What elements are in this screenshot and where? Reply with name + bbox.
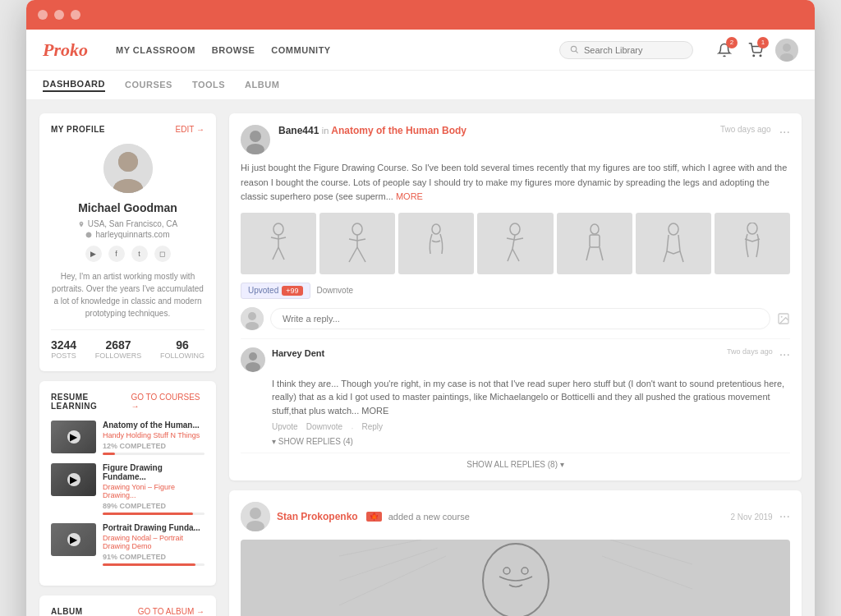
- svg-line-25: [349, 247, 357, 262]
- reply-input-1[interactable]: [270, 308, 770, 329]
- nav-browse[interactable]: BROWSE: [212, 45, 255, 55]
- twitter-icon[interactable]: t: [131, 246, 148, 262]
- image-icon[interactable]: [777, 312, 790, 325]
- feed-post-1: Bane441 in Anatomy of the Human Body Two…: [229, 113, 802, 480]
- feed-username-bane[interactable]: Bane441: [278, 125, 319, 136]
- subnav-dashboard[interactable]: DASHBOARD: [43, 79, 105, 92]
- subnav-album[interactable]: ALBUM: [245, 80, 279, 91]
- svg-point-0: [571, 46, 576, 51]
- navbar: Proko MY CLASSROOM BROWSE COMMUNITY 2 1: [26, 30, 815, 71]
- cart-button[interactable]: 1: [744, 39, 767, 62]
- svg-point-46: [249, 352, 257, 361]
- search-input[interactable]: [584, 45, 682, 55]
- feed-more-link-1[interactable]: MORE: [396, 191, 423, 201]
- svg-line-29: [512, 235, 515, 249]
- course-item-1: ▶ Anatomy of the Human... Handy Holding …: [51, 421, 205, 455]
- svg-line-31: [512, 249, 519, 261]
- comment-harvey: Harvey Dent Two days ago ··· I think the…: [241, 338, 790, 447]
- nav-icons: 2 1: [713, 39, 798, 62]
- feed-topic-bane[interactable]: Anatomy of the Human Body: [331, 125, 466, 136]
- progress-bar-2: [103, 513, 205, 515]
- svg-point-9: [118, 152, 138, 172]
- user-avatar-nav[interactable]: [775, 39, 798, 62]
- stat-posts-label: Posts: [51, 352, 76, 360]
- comment-downvote-button[interactable]: Downvote: [306, 422, 342, 434]
- facebook-icon[interactable]: f: [108, 246, 125, 262]
- subnav-courses[interactable]: COURSES: [125, 80, 172, 91]
- stat-followers-label: Followers: [95, 352, 142, 360]
- subnav-tools[interactable]: TOOLS: [192, 80, 225, 91]
- comment-upvote-button[interactable]: Upvote: [272, 422, 298, 434]
- progress-bar-3: [103, 563, 205, 566]
- svg-point-47: [246, 362, 260, 372]
- svg-point-19: [273, 223, 283, 235]
- go-to-album-button[interactable]: GO TO ALBUM →: [138, 607, 205, 616]
- stan-avatar: [241, 502, 270, 531]
- youtube-icon[interactable]: ▶: [85, 246, 102, 262]
- stat-posts: 3244 Posts: [51, 338, 76, 360]
- play-icon-1[interactable]: ▶: [67, 430, 80, 444]
- logo[interactable]: Proko: [43, 39, 88, 61]
- notifications-button[interactable]: 2: [713, 39, 736, 62]
- stan-course-image[interactable]: [241, 540, 790, 616]
- svg-line-1: [576, 51, 578, 53]
- svg-point-2: [753, 55, 755, 57]
- stan-header: Stan Prokopenko 🍁 added a new course 2 N…: [241, 502, 790, 531]
- profile-edit-button[interactable]: EDIT →: [176, 125, 205, 134]
- stat-following: 96 Following: [160, 338, 205, 360]
- feed-more-button-1[interactable]: ···: [779, 125, 790, 140]
- feed-time-1: Two days ago: [720, 125, 771, 134]
- nav-community[interactable]: COMMUNITY: [271, 45, 330, 55]
- downvote-button-1[interactable]: Downvote: [317, 286, 353, 295]
- svg-point-41: [248, 312, 256, 320]
- svg-line-22: [278, 247, 284, 260]
- stan-name[interactable]: Stan Prokopenko: [277, 511, 358, 522]
- instagram-icon[interactable]: ◻: [154, 246, 171, 262]
- resume-header: RESUME LEARNING GO TO COURSES →: [51, 393, 205, 411]
- album-card: ALBUM GO TO ALBUM →: [39, 595, 216, 616]
- profile-location: USA, San Francisco, CA: [78, 219, 177, 228]
- profile-card: MY PROFILE EDIT → Michael Goodman: [39, 113, 216, 371]
- comment-more-button[interactable]: ···: [779, 347, 790, 362]
- stat-followers: 2687 Followers: [95, 338, 142, 360]
- play-icon-2[interactable]: ▶: [67, 473, 80, 486]
- course-item-3: ▶ Portrait Drawing Funda... Drawing Noda…: [51, 523, 205, 566]
- go-to-courses-button[interactable]: GO TO COURSES →: [131, 393, 205, 411]
- course-thumb-3[interactable]: ▶: [51, 523, 96, 556]
- resume-title: RESUME LEARNING: [51, 393, 131, 411]
- profile-website: harleyquinnarts.com: [85, 230, 169, 239]
- svg-line-34: [586, 247, 590, 260]
- svg-point-4: [783, 44, 791, 52]
- course-thumb-2[interactable]: ▶: [51, 463, 96, 496]
- upvote-button-1[interactable]: Upvoted +99: [241, 283, 310, 299]
- minimize-dot[interactable]: [54, 10, 64, 20]
- comment-username-harvey[interactable]: Harvey Dent: [272, 348, 324, 358]
- stan-more-button[interactable]: ···: [779, 509, 790, 524]
- course-info-2: Figure Drawing Fundame... Drawing Yoni –…: [103, 463, 205, 515]
- course-thumb-1[interactable]: ▶: [51, 421, 96, 453]
- comment-more-link[interactable]: MORE: [361, 406, 388, 416]
- close-dot[interactable]: [38, 10, 48, 20]
- comment-reply-button[interactable]: Reply: [362, 422, 384, 434]
- svg-point-32: [591, 224, 599, 234]
- stan-time: 2 Nov 2019: [731, 513, 773, 522]
- profile-name: Michael Goodman: [51, 201, 205, 214]
- main-content: MY PROFILE EDIT → Michael Goodman: [26, 100, 815, 616]
- maximize-dot[interactable]: [71, 10, 80, 20]
- comment-header-harvey: Harvey Dent Two days ago ···: [241, 347, 790, 372]
- nav-classroom[interactable]: MY CLASSROOM: [116, 45, 195, 55]
- svg-point-36: [669, 223, 678, 235]
- progress-fill-3: [103, 563, 195, 566]
- feed-avatar-bane: [241, 125, 270, 154]
- play-icon-3[interactable]: ▶: [67, 533, 80, 546]
- course-name-3: Portrait Drawing Funda...: [103, 523, 205, 532]
- course-progress-label-2: 89% COMPLETED: [103, 502, 205, 510]
- progress-bar-1: [103, 453, 205, 455]
- search-bar[interactable]: [559, 41, 693, 59]
- show-all-replies-button[interactable]: SHOW ALL REPLIES (8) ▾: [241, 453, 790, 469]
- stan-flag-icon: 🍁: [366, 512, 382, 522]
- feed-img-4: [477, 213, 553, 274]
- show-replies-button[interactable]: ▾ SHOW REPLIES (4): [272, 437, 790, 446]
- course-item-2: ▶ Figure Drawing Fundame... Drawing Yoni…: [51, 463, 205, 515]
- album-title: ALBUM: [51, 607, 83, 616]
